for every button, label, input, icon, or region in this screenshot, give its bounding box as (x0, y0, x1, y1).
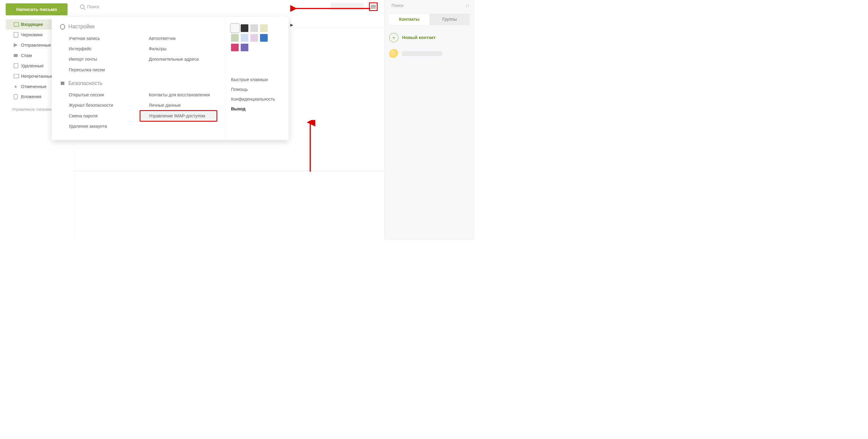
settings-autoresponder[interactable]: Автоответчик (140, 33, 217, 43)
spam-icon (14, 54, 21, 57)
theme-swatch[interactable] (260, 24, 268, 32)
sidebar-item-label: Вложения (21, 94, 41, 99)
tab-groups[interactable]: Группы (429, 14, 470, 25)
theme-swatch[interactable] (231, 43, 239, 51)
gear-icon (60, 24, 65, 29)
compose-button[interactable]: Написать письмо (6, 3, 68, 15)
security-personal[interactable]: Личные данные (140, 100, 217, 110)
right-tabs: Контакты Группы (389, 14, 470, 25)
main-area: Поиск Переслать Удалить Спам! (73, 0, 384, 240)
theme-swatches (231, 24, 274, 52)
theme-swatch[interactable] (241, 34, 248, 41)
sidebar-item-label: Черновики (21, 32, 43, 37)
settings-aliases[interactable]: Дополнительные адреса (140, 54, 217, 65)
sent-icon (14, 43, 21, 47)
settings-dropdown: Настройки Учетная запись Интерфейс Импор… (52, 17, 288, 140)
link-shortcuts[interactable]: Быстрые клавиши (231, 75, 283, 85)
theme-swatch[interactable] (231, 24, 239, 32)
hamburger-menu-button[interactable] (369, 2, 377, 11)
sidebar-item-label: Спам (21, 53, 32, 58)
settings-forwarding[interactable]: Пересылка писем (60, 65, 137, 75)
draft-icon (14, 32, 21, 37)
security-password[interactable]: Смена пароля (60, 111, 137, 121)
theme-swatch[interactable] (250, 24, 258, 32)
sidebar-item-label: Отправленные (21, 43, 51, 48)
sidebar-item-label: Отмеченные (21, 84, 47, 89)
lock-icon (60, 81, 65, 86)
settings-interface[interactable]: Интерфейс (60, 43, 137, 54)
new-contact-label: Новый контакт (402, 35, 436, 40)
contacts-search[interactable]: Поиск (389, 3, 463, 8)
search-icon (80, 5, 84, 9)
attachment-icon (14, 94, 21, 99)
security-imap[interactable]: Управление IMAP-доступом (140, 111, 217, 121)
link-privacy[interactable]: Конфиденциальность (231, 94, 283, 104)
new-contact-button[interactable]: + Новый контакт (389, 33, 470, 42)
search-placeholder: Поиск (87, 4, 99, 9)
contacts-search-placeholder: Поиск (392, 3, 403, 8)
theme-swatch[interactable] (241, 24, 248, 32)
theme-swatch[interactable] (241, 43, 248, 51)
contact-name-placeholder (402, 51, 442, 56)
right-panel: Поиск ↓↑ Контакты Группы + Новый контакт (384, 0, 474, 240)
settings-import[interactable]: Импорт почты (60, 54, 137, 65)
collapse-right-panel[interactable]: ▶ (290, 23, 293, 27)
search-box[interactable]: Поиск (80, 4, 99, 9)
settings-section-header: Настройки (60, 24, 217, 30)
sidebar-item-label: Входящие (21, 22, 43, 27)
sidebar-item-label: Удаленные (21, 63, 44, 68)
theme-swatch[interactable] (231, 34, 239, 41)
security-section-header: Безопасность (60, 80, 217, 86)
contact-avatar (389, 49, 399, 59)
annotation-arrow-bottom (305, 120, 315, 173)
contact-row[interactable] (389, 49, 470, 59)
trash-icon (14, 63, 21, 68)
security-sessions[interactable]: Открытые сессии (60, 90, 137, 100)
star-icon (14, 85, 21, 89)
hamburger-icon (371, 5, 376, 8)
settings-filters[interactable]: Фильтры (140, 43, 217, 54)
unread-icon (14, 74, 21, 78)
security-recovery[interactable]: Контакты для восстановления (140, 90, 217, 100)
plus-icon: + (389, 33, 399, 42)
theme-swatch[interactable] (260, 34, 268, 41)
security-log[interactable]: Журнал безопасности (60, 100, 137, 110)
account-avatar[interactable] (331, 3, 364, 10)
settings-account[interactable]: Учетная запись (60, 33, 137, 43)
link-help[interactable]: Помощь (231, 85, 283, 94)
inbox-icon (14, 22, 21, 27)
link-logout[interactable]: Выход (231, 104, 283, 114)
theme-swatch[interactable] (250, 34, 258, 41)
topbar: Поиск (73, 0, 384, 10)
security-delete-account[interactable]: Удаление аккаунта (60, 121, 137, 131)
sidebar-item-label: Непрочитанные (21, 73, 53, 79)
sort-icon[interactable]: ↓↑ (465, 3, 470, 8)
tab-contacts[interactable]: Контакты (389, 14, 429, 25)
